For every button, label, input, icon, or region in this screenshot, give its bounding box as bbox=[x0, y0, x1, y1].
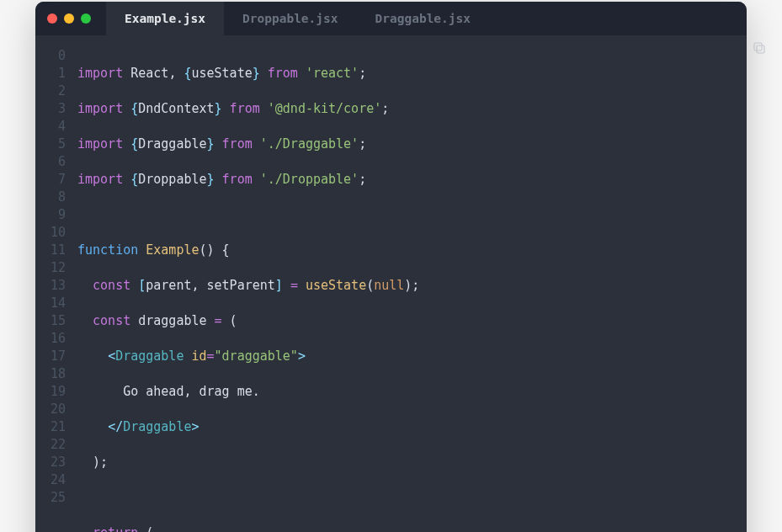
editor-window: Example.jsx Droppable.jsx Draggable.jsx … bbox=[35, 2, 747, 532]
code-line: import {Draggable} from './Draggable'; bbox=[77, 136, 519, 153]
maximize-window-button[interactable] bbox=[81, 13, 91, 24]
code-line: const draggable = ( bbox=[77, 312, 519, 330]
titlebar: Example.jsx Droppable.jsx Draggable.jsx bbox=[35, 2, 747, 35]
line-number: 10 bbox=[44, 224, 66, 242]
line-number: 21 bbox=[44, 418, 66, 436]
line-number: 18 bbox=[44, 365, 66, 383]
code-line: <Draggable id="draggable"> bbox=[77, 348, 519, 365]
line-number: 5 bbox=[44, 136, 66, 153]
code-line: ); bbox=[77, 454, 519, 471]
line-number: 8 bbox=[44, 189, 66, 206]
code-area[interactable]: 0 1 2 3 4 5 6 7 8 9 10 11 12 13 14 15 16… bbox=[35, 35, 747, 532]
code-line: import {DndContext} from '@dnd-kit/core'… bbox=[77, 100, 519, 118]
line-number: 25 bbox=[44, 489, 66, 507]
line-gutter: 0 1 2 3 4 5 6 7 8 9 10 11 12 13 14 15 16… bbox=[35, 47, 77, 532]
code-line bbox=[77, 206, 519, 224]
traffic-lights bbox=[47, 13, 91, 24]
line-number: 20 bbox=[44, 401, 66, 418]
line-number: 17 bbox=[44, 348, 66, 365]
line-number: 3 bbox=[44, 100, 66, 118]
minimize-window-button[interactable] bbox=[64, 13, 74, 24]
code-line: import {Droppable} from './Droppable'; bbox=[77, 171, 519, 189]
code-line: Go ahead, drag me. bbox=[77, 383, 519, 401]
code-content[interactable]: import React, {useState} from 'react'; i… bbox=[77, 47, 519, 532]
tab-example[interactable]: Example.jsx bbox=[106, 2, 224, 35]
line-number: 14 bbox=[44, 295, 66, 312]
line-number: 4 bbox=[44, 118, 66, 136]
code-line: const [parent, setParent] = useState(nul… bbox=[77, 277, 519, 295]
line-number: 12 bbox=[44, 259, 66, 277]
tab-droppable[interactable]: Droppable.jsx bbox=[224, 2, 357, 35]
line-number: 23 bbox=[44, 454, 66, 471]
line-number: 15 bbox=[44, 312, 66, 330]
code-line: return ( bbox=[77, 524, 519, 532]
line-number: 1 bbox=[44, 65, 66, 82]
line-number: 7 bbox=[44, 171, 66, 189]
line-number: 24 bbox=[44, 471, 66, 489]
line-number: 16 bbox=[44, 330, 66, 348]
line-number: 9 bbox=[44, 206, 66, 224]
line-number: 6 bbox=[44, 153, 66, 171]
line-number: 2 bbox=[44, 82, 66, 100]
line-number: 0 bbox=[44, 47, 66, 65]
line-number: 19 bbox=[44, 383, 66, 401]
code-line: </Draggable> bbox=[77, 418, 519, 436]
tab-draggable[interactable]: Draggable.jsx bbox=[357, 2, 490, 35]
line-number: 13 bbox=[44, 277, 66, 295]
line-number: 22 bbox=[44, 436, 66, 454]
close-window-button[interactable] bbox=[47, 13, 57, 24]
code-line bbox=[77, 489, 519, 507]
code-line: import React, {useState} from 'react'; bbox=[77, 65, 519, 82]
code-line: function Example() { bbox=[77, 242, 519, 259]
tab-bar: Example.jsx Droppable.jsx Draggable.jsx bbox=[106, 2, 489, 35]
line-number: 11 bbox=[44, 242, 66, 259]
